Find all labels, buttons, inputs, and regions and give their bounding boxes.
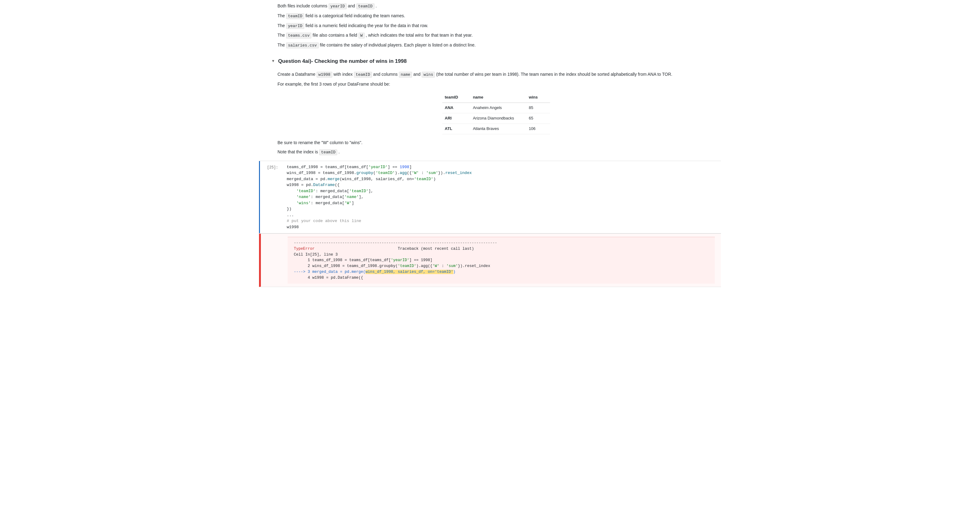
teamid-index-note-code: teamID bbox=[319, 149, 337, 155]
wins-italic: wins bbox=[415, 33, 424, 38]
example-table-wrapper: teamID name wins ANA Anaheim Angels 85 A… bbox=[277, 92, 715, 134]
error-traceback-line-4: 4 w1998 = pd.DataFrame({ bbox=[294, 275, 709, 281]
col-header-name: name bbox=[470, 92, 527, 103]
yearid-para: The yearID field is a numeric field indi… bbox=[277, 22, 715, 30]
traceback-label: Traceback (most recent call last) bbox=[398, 247, 474, 251]
cell-name: Atlanta Braves bbox=[470, 124, 527, 134]
cell-teamid: ATL bbox=[442, 124, 470, 134]
wins-code: wins bbox=[422, 72, 435, 78]
teamid-para: The teamID field is a categorical field … bbox=[277, 12, 715, 20]
cell-label: [25]: bbox=[267, 165, 278, 171]
create-dataframe-para: Create a Dataframe w1998 with index team… bbox=[277, 71, 715, 78]
both-files-para: Both files include columns yearID and te… bbox=[277, 2, 715, 10]
cell-teamid: ARI bbox=[442, 113, 470, 124]
teamid-code-2: teamID bbox=[286, 13, 304, 19]
cell-name: Arizona Diamondbacks bbox=[470, 113, 527, 124]
table-row: ANA Anaheim Angels 85 bbox=[442, 103, 550, 113]
intro-section: Both files include columns yearID and te… bbox=[259, 0, 721, 54]
teamid-code-1: teamID bbox=[356, 3, 374, 9]
question-header: ▼ Question 4ai)- Checking the number of … bbox=[259, 54, 721, 67]
w1998-code: w1998 bbox=[317, 72, 332, 78]
notebook: Both files include columns yearID and te… bbox=[259, 0, 721, 287]
col-header-wins: wins bbox=[527, 92, 550, 103]
error-cell-ref: Cell In[25], line 3 bbox=[294, 252, 709, 258]
error-content: ----------------------------------------… bbox=[282, 234, 721, 287]
error-type-line: TypeError Traceback (most recent call la… bbox=[294, 246, 709, 252]
salaries-csv-para: The salaries.csv file contains the salar… bbox=[277, 41, 715, 49]
error-traceback-line-1: 1 teams_df_1998 = teams_df[teams_df['yea… bbox=[294, 257, 709, 263]
cell-name: Anaheim Angels bbox=[470, 103, 527, 113]
rename-note: Be sure to rename the "W" column to "win… bbox=[277, 139, 715, 146]
question-desc: Create a Dataframe w1998 with index team… bbox=[259, 68, 721, 161]
cell-gutter-25: [25]: bbox=[259, 161, 281, 234]
index-note: Note that the index is teamID . bbox=[277, 148, 715, 156]
cell-wins: 106 bbox=[527, 124, 550, 134]
yearid-code-1: yearID bbox=[329, 3, 347, 9]
cell-wins: 85 bbox=[527, 103, 550, 113]
error-output-box: ----------------------------------------… bbox=[288, 237, 715, 284]
w-code: W bbox=[358, 33, 365, 38]
col-header-teamid: teamID bbox=[442, 92, 470, 103]
error-output-cell: ----------------------------------------… bbox=[259, 234, 721, 287]
error-dashes-top: ----------------------------------------… bbox=[294, 240, 709, 246]
cell-code-content[interactable]: teams_df_1998 = teams_df[teams_df['yearI… bbox=[281, 161, 721, 234]
question-title: Question 4ai)- Checking the number of wi… bbox=[278, 57, 407, 65]
name-code: name bbox=[399, 72, 412, 78]
code-line-1: teams_df_1998 = teams_df[teams_df['yearI… bbox=[287, 165, 472, 229]
table-row: ARI Arizona Diamondbacks 65 bbox=[442, 113, 550, 124]
salaries-csv-code: salaries.csv bbox=[286, 43, 319, 48]
example-para: For example, the first 3 rows of your Da… bbox=[277, 81, 715, 87]
code-cell-25: [25]: teams_df_1998 = teams_df[teams_df[… bbox=[259, 161, 721, 234]
collapse-triangle-icon[interactable]: ▼ bbox=[271, 58, 275, 64]
cell-ref-text: Cell In[25], line 3 bbox=[294, 253, 338, 257]
code-block: teams_df_1998 = teams_df[teams_df['yearI… bbox=[287, 164, 715, 230]
cell-teamid: ANA bbox=[442, 103, 470, 113]
teams-csv-para: The teams.csv file also contains a field… bbox=[277, 32, 715, 39]
error-traceback-line-3: ----> 3 merged_data = pd.merge(wins_df_1… bbox=[294, 269, 709, 275]
teamid-index-code: teamID bbox=[354, 72, 372, 78]
cell-wins: 65 bbox=[527, 113, 550, 124]
error-traceback-line-2: 2 wins_df_1998 = teams_df_1998.groupby('… bbox=[294, 263, 709, 269]
yearid-code-2: yearID bbox=[286, 23, 304, 29]
table-row: ATL Atlanta Braves 106 bbox=[442, 124, 550, 134]
teams-csv-code: teams.csv bbox=[286, 33, 311, 38]
example-table: teamID name wins ANA Anaheim Angels 85 A… bbox=[442, 92, 550, 134]
error-type-text: TypeError bbox=[294, 247, 315, 251]
error-gutter bbox=[260, 234, 282, 287]
